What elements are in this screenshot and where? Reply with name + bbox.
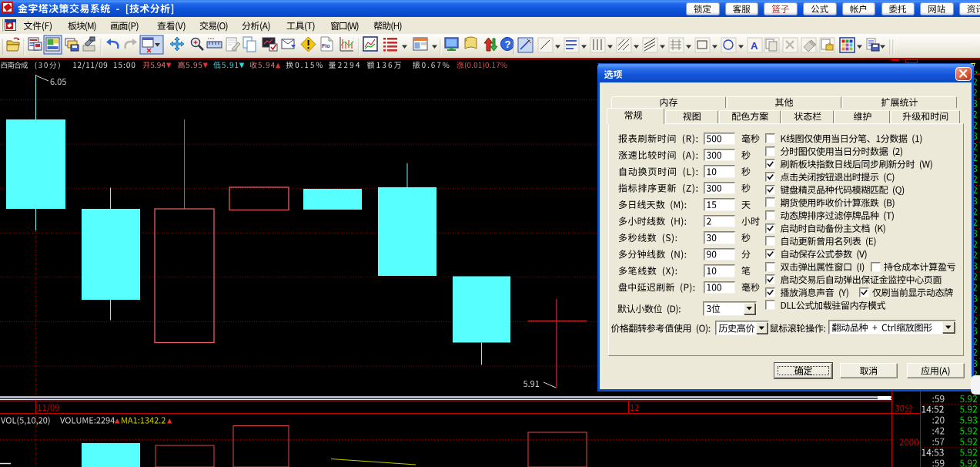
svg-text:?: ? (505, 39, 511, 50)
svg-text:Fio: Fio (322, 43, 330, 49)
svg-text:A: A (751, 40, 758, 52)
